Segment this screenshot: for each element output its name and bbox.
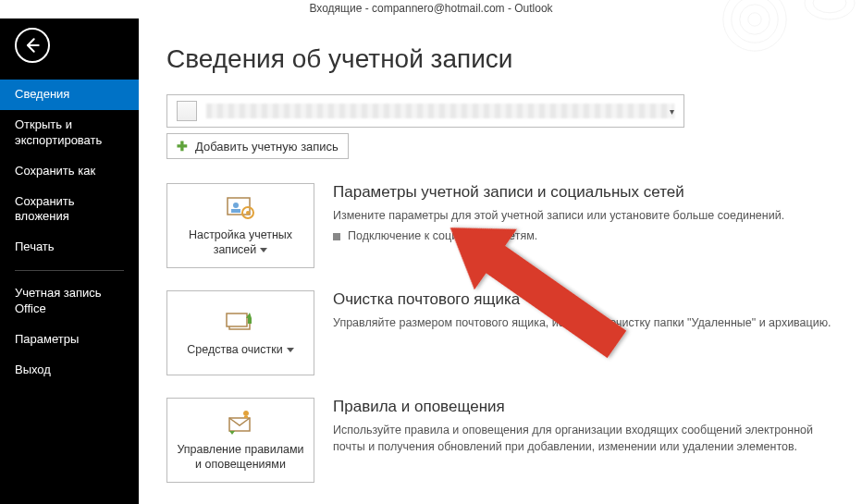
card-title: Правила и оповещения <box>333 398 834 416</box>
sidebar-item-label: Сохранить как <box>15 164 95 178</box>
card-description: Используйте правила и оповещения для орг… <box>333 422 834 455</box>
svg-rect-13 <box>227 313 247 326</box>
backstage-sidebar: Сведения Открыть и экспортировать Сохран… <box>0 18 139 504</box>
sidebar-item-label: Открыть и экспортировать <box>15 117 102 147</box>
sidebar-item-label: Сохранить вложения <box>15 194 75 224</box>
chevron-down-icon: ▾ <box>670 106 674 117</box>
main-content: Сведения об учетной записи ▾ ✚ Добавить … <box>139 18 862 504</box>
sidebar-item-exit[interactable]: Выход <box>0 355 139 386</box>
sidebar-item-label: Учетная запись Office <box>15 286 102 315</box>
sidebar-item-print[interactable]: Печать <box>0 232 139 263</box>
svg-point-8 <box>233 203 239 208</box>
account-icon <box>177 101 197 121</box>
sidebar-separator <box>15 270 124 271</box>
sidebar-item-open-export[interactable]: Открыть и экспортировать <box>0 110 139 156</box>
sidebar-item-save-attachments[interactable]: Сохранить вложения <box>0 187 139 233</box>
sidebar-item-office-account[interactable]: Учетная запись Office <box>0 278 139 325</box>
add-account-label: Добавить учетную запись <box>195 140 339 154</box>
sidebar-item-label: Печать <box>15 240 55 253</box>
sidebar-item-save-as[interactable]: Сохранить как <box>0 156 139 187</box>
bullet-icon <box>333 233 340 240</box>
rules-alerts-icon <box>224 409 257 436</box>
svg-rect-9 <box>231 209 240 213</box>
svg-point-11 <box>246 211 250 215</box>
window-title: Входящие - compannero@hotmail.com - Outl… <box>0 0 862 18</box>
sidebar-item-options[interactable]: Параметры <box>0 325 139 355</box>
card-button-label: Управление правилами и оповещениями <box>175 442 306 473</box>
card-button-label: Настройка учетных записей <box>175 227 306 258</box>
card-sublink[interactable]: Подключение к социальным сетям. <box>333 229 834 242</box>
account-settings-button[interactable]: Настройка учетных записей <box>166 183 314 268</box>
card-description: Управляйте размером почтового ящика, исп… <box>333 314 834 331</box>
cleanup-tools-button[interactable]: Средства очистки <box>166 290 314 375</box>
rules-alerts-button[interactable]: Управление правилами и оповещениями <box>166 398 314 483</box>
account-settings-icon <box>224 194 257 222</box>
card-button-label: Средства очистки <box>187 342 293 357</box>
plus-icon: ✚ <box>177 139 188 154</box>
sidebar-item-label: Выход <box>15 363 51 376</box>
cleanup-tools-icon <box>224 309 257 337</box>
add-account-button[interactable]: ✚ Добавить учетную запись <box>166 133 349 159</box>
sidebar-item-label: Сведения <box>15 87 69 101</box>
sidebar-item-label: Параметры <box>15 332 79 346</box>
svg-rect-14 <box>248 318 252 324</box>
account-name-redacted <box>206 104 674 118</box>
card-title: Параметры учетной записи и социальных се… <box>333 183 834 202</box>
back-button[interactable] <box>15 28 50 63</box>
sidebar-item-info[interactable]: Сведения <box>0 80 139 110</box>
card-title: Очистка почтового ящика <box>333 290 834 309</box>
arrow-left-icon <box>23 36 42 55</box>
card-description: Измените параметры для этой учетной запи… <box>333 207 834 224</box>
account-selector[interactable]: ▾ <box>166 94 684 128</box>
svg-rect-16 <box>244 416 248 418</box>
page-title: Сведения об учетной записи <box>166 44 834 74</box>
